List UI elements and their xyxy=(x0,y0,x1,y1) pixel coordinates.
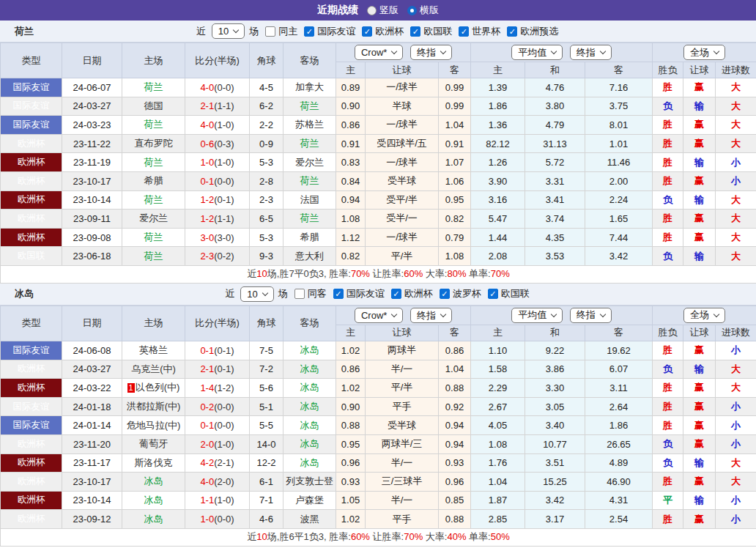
bookmaker-select[interactable]: Crow* xyxy=(355,45,403,60)
result-goals: 大 xyxy=(716,210,756,229)
radio-unselected-icon[interactable] xyxy=(367,6,377,15)
competition-checkbox[interactable]: ✓ xyxy=(391,289,401,299)
match-row: 欧洲杯24-03-27乌克兰(中)2-1(0-1)7-2冰岛0.86半/一1.0… xyxy=(1,360,756,379)
handicap-odds-home: 0.90 xyxy=(336,397,366,416)
handicap-odds-home: 0.90 xyxy=(336,97,366,116)
away-team-name: 苏格兰 xyxy=(295,119,324,130)
home-team-name: 荷兰 xyxy=(144,119,163,130)
sub-header-win-lose: 胜负 xyxy=(653,325,683,341)
odds-time-select[interactable]: 终指 xyxy=(410,45,452,60)
average-time-select[interactable]: 终指 xyxy=(570,308,612,323)
away-team-cell: 爱尔兰 xyxy=(284,153,336,172)
corner-count: 5-6 xyxy=(250,379,284,398)
handicap-odds-away: 1.08 xyxy=(439,247,471,266)
chevron-down-icon xyxy=(714,311,719,317)
handicap-odds-away: 1.06 xyxy=(439,171,471,190)
summary-row: 近10场,胜7平0负3, 胜率:70% 让胜率:60% 大率:80% 单率:70… xyxy=(1,265,756,283)
avg-odds-draw: 3.42 xyxy=(525,491,585,510)
sub-header-goals: 进球数 xyxy=(716,325,756,341)
bookmaker-select[interactable]: Crow* xyxy=(355,308,403,323)
radio-horizontal-layout[interactable]: 横版 xyxy=(407,4,439,17)
sub-header-avg-away: 客 xyxy=(585,62,653,78)
match-date: 23-10-14 xyxy=(62,190,122,210)
avg-odds-draw: 3.51 xyxy=(525,453,585,473)
col-header-away: 客场 xyxy=(284,43,336,78)
match-count-value: 10 xyxy=(218,26,229,37)
match-row: 欧洲杯23-11-17斯洛伐克4-2(2-1)12-2冰岛0.96半/一0.93… xyxy=(1,453,756,473)
avg-odds-away: 19.62 xyxy=(585,341,653,360)
competition-checkbox[interactable]: ✓ xyxy=(440,289,450,299)
avg-odds-draw: 5.72 xyxy=(525,153,585,172)
result-handicap: 赢 xyxy=(683,78,716,97)
sub-header-avg-draw: 和 xyxy=(525,325,585,341)
home-team-cell: 荷兰 xyxy=(122,153,185,172)
chevron-down-icon xyxy=(440,311,446,317)
score-cell: 2-1(1-1) xyxy=(185,97,250,116)
away-team-name: 冰岛 xyxy=(300,401,319,412)
handicap-odds-home: 0.93 xyxy=(336,473,366,492)
average-select[interactable]: 平均值 xyxy=(511,308,563,323)
match-date: 23-11-20 xyxy=(62,434,122,453)
radio-horizontal-label: 横版 xyxy=(420,4,439,17)
result-win-lose: 负 xyxy=(653,453,683,473)
col-header-score: 比分(半场) xyxy=(185,43,250,78)
radio-vertical-layout[interactable]: 竖版 xyxy=(367,4,399,17)
result-goals: 大 xyxy=(716,247,756,266)
col-header-away: 客场 xyxy=(284,306,336,341)
match-row: 国际友谊24-01-18洪都拉斯(中)0-2(0-0)5-1冰岛0.90平手0.… xyxy=(1,397,756,416)
match-date: 23-10-14 xyxy=(62,491,122,510)
competition-checkbox[interactable]: ✓ xyxy=(410,26,420,37)
avg-odds-home: 4.05 xyxy=(471,416,525,435)
period-select[interactable]: 全场 xyxy=(683,308,725,323)
score-cell: 2-3(0-2) xyxy=(185,247,250,266)
result-goals: 小 xyxy=(716,416,756,435)
handicap-line: 一/球半 xyxy=(366,116,439,135)
away-team-name: 冰岛 xyxy=(300,363,319,374)
home-team-name: 荷兰 xyxy=(144,157,163,168)
match-count-value: 10 xyxy=(247,289,257,300)
competition-checkbox[interactable]: ✓ xyxy=(507,26,517,37)
result-handicap: 输 xyxy=(683,97,716,116)
avg-odds-draw: 3.53 xyxy=(525,247,585,266)
match-count-select[interactable]: 10 xyxy=(240,286,273,302)
summary-text-segment: 10 xyxy=(256,531,267,542)
avg-odds-draw: 3.40 xyxy=(525,416,585,435)
radio-selected-icon[interactable] xyxy=(407,6,417,15)
avg-odds-home: 1.44 xyxy=(471,228,525,247)
home-team-name: 冰岛 xyxy=(144,475,163,486)
average-time-select[interactable]: 终指 xyxy=(570,45,612,60)
competition-checkbox[interactable]: ✓ xyxy=(459,26,469,37)
away-team-cell: 卢森堡 xyxy=(284,491,336,510)
handicap-odds-away: 0.88 xyxy=(439,379,471,398)
result-goals: 小 xyxy=(716,153,756,172)
average-select[interactable]: 平均值 xyxy=(511,45,563,60)
home-team-name: 冰岛 xyxy=(144,495,163,506)
home-team-cell: 葡萄牙 xyxy=(122,434,185,453)
competition-checkbox[interactable]: ✓ xyxy=(304,26,314,37)
period-select[interactable]: 全场 xyxy=(683,45,725,60)
competition-type-badge: 国际友谊 xyxy=(1,416,62,435)
same-venue-checkbox[interactable] xyxy=(265,26,275,37)
avg-odds-away: 8.01 xyxy=(585,116,653,135)
result-goals: 小 xyxy=(716,171,756,190)
same-venue-checkbox[interactable] xyxy=(294,289,305,299)
competition-checkbox[interactable]: ✓ xyxy=(488,289,498,299)
col-header-date: 日期 xyxy=(62,306,122,341)
handicap-odds-home: 1.05 xyxy=(336,491,366,510)
match-count-select[interactable]: 10 xyxy=(212,23,245,39)
odds-time-select[interactable]: 终指 xyxy=(410,308,452,323)
score-cell: 0-1(0-0) xyxy=(185,416,250,435)
away-team-cell: 荷兰 xyxy=(284,171,336,190)
competition-checkbox[interactable]: ✓ xyxy=(333,289,344,299)
avg-odds-away: 1.01 xyxy=(585,134,653,153)
chevron-down-icon xyxy=(551,311,557,317)
radio-vertical-label: 竖版 xyxy=(379,4,399,17)
handicap-odds-home: 1.02 xyxy=(336,379,366,398)
result-handicap: 输 xyxy=(683,453,716,473)
result-handicap: 赢 xyxy=(683,228,716,247)
average-odds-group-header: 平均值 终指 xyxy=(471,306,653,325)
half-time-score: (1-0) xyxy=(214,439,234,450)
avg-odds-home: 1.86 xyxy=(471,97,525,116)
competition-checkbox[interactable]: ✓ xyxy=(362,26,372,37)
sub-header-avg-away: 客 xyxy=(585,325,653,341)
